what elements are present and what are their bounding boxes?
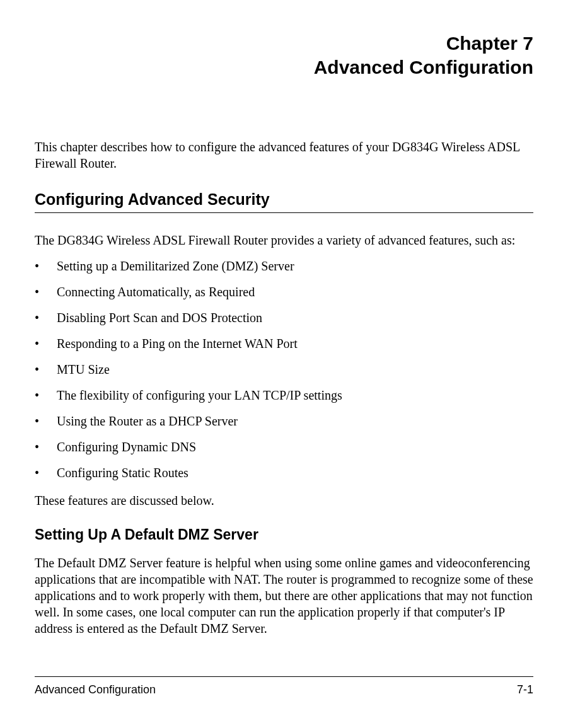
chapter-intro: This chapter describes how to configure … xyxy=(35,139,533,171)
list-item: Responding to a Ping on the Internet WAN… xyxy=(35,335,533,352)
list-item: Configuring Static Routes xyxy=(35,465,533,481)
list-item: Setting up a Demilitarized Zone (DMZ) Se… xyxy=(35,258,533,274)
page-footer: Advanced Configuration 7-1 xyxy=(35,676,533,696)
footer-page-number: 7-1 xyxy=(517,683,533,696)
chapter-number: Chapter 7 xyxy=(35,32,533,55)
list-item: Disabling Port Scan and DOS Protection xyxy=(35,309,533,326)
section-heading-security: Configuring Advanced Security xyxy=(35,190,533,213)
list-item: Connecting Automatically, as Required xyxy=(35,284,533,300)
list-item: Using the Router as a DHCP Server xyxy=(35,413,533,429)
subsection-heading-dmz: Setting Up A Default DMZ Server xyxy=(35,526,533,543)
chapter-title: Advanced Configuration xyxy=(35,55,533,79)
list-item: MTU Size xyxy=(35,361,533,378)
list-item: Configuring Dynamic DNS xyxy=(35,439,533,455)
chapter-header: Chapter 7 Advanced Configuration xyxy=(35,32,533,79)
feature-list: Setting up a Demilitarized Zone (DMZ) Se… xyxy=(35,258,533,481)
list-item: The flexibility of configuring your LAN … xyxy=(35,387,533,403)
footer-section-name: Advanced Configuration xyxy=(35,683,156,696)
section-intro-text: The DG834G Wireless ADSL Firewall Router… xyxy=(35,232,533,248)
section-closing-text: These features are discussed below. xyxy=(35,492,533,509)
dmz-body-text: The Default DMZ Server feature is helpfu… xyxy=(35,555,533,637)
